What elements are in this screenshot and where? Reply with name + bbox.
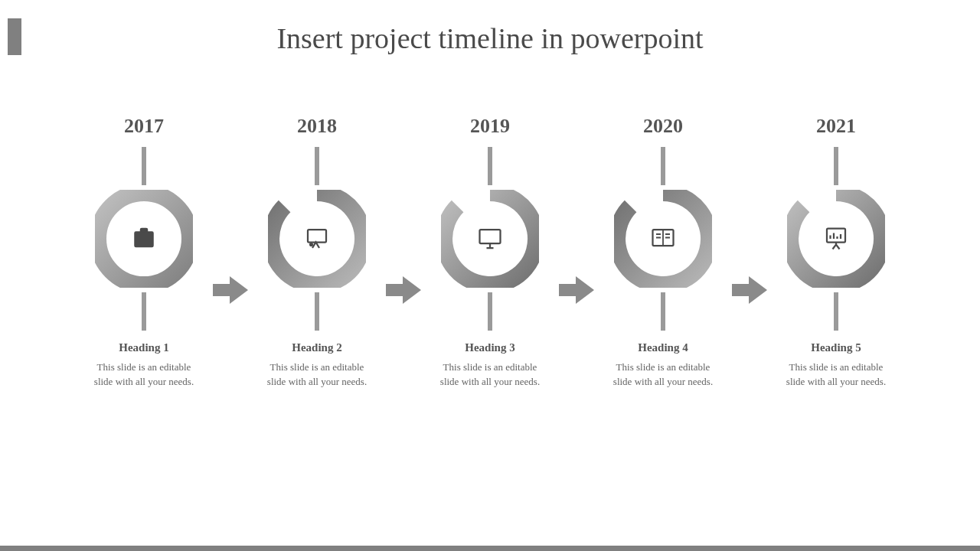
step-description: This slide is an editable slide with all… (263, 360, 371, 390)
timeline-step-3: 2019 (421, 115, 559, 390)
chart-board-icon (822, 225, 850, 253)
timeline-step-5: 2021 (767, 115, 905, 390)
connector-bottom (315, 292, 319, 331)
connector-bottom (488, 292, 492, 331)
step-description: This slide is an editable slide with all… (436, 360, 544, 390)
timeline-step-1: 2017 H (75, 115, 213, 390)
svg-rect-3 (480, 230, 501, 243)
page-title: Insert project timeline in powerpoint (0, 21, 980, 55)
svg-point-2 (310, 243, 313, 246)
arrow-connector (732, 241, 767, 339)
connector-bottom (142, 292, 146, 331)
circle-node (787, 190, 885, 288)
step-heading: Heading 3 (465, 341, 514, 354)
step-heading: Heading 2 (292, 341, 341, 354)
timeline-step-4: 2020 (594, 115, 732, 390)
year-label: 2021 (816, 115, 856, 138)
circle-node (441, 190, 539, 288)
timeline-container: 2017 H (0, 115, 980, 467)
connector-bottom (834, 292, 838, 331)
connector-top (661, 147, 665, 185)
connector-top (488, 147, 492, 185)
connector-top (315, 147, 319, 185)
step-heading: Heading 1 (119, 341, 168, 354)
step-description: This slide is an editable slide with all… (782, 360, 890, 390)
connector-top (142, 147, 146, 185)
circle-node (95, 190, 193, 288)
circle-node (614, 190, 712, 288)
year-label: 2018 (297, 115, 337, 138)
arrow-connector (559, 241, 594, 339)
year-label: 2020 (643, 115, 683, 138)
timeline: 2017 H (75, 115, 905, 390)
monitor-icon (476, 225, 504, 253)
book-icon (649, 225, 677, 253)
step-description: This slide is an editable slide with all… (90, 360, 198, 390)
arrow-connector (386, 241, 421, 339)
connector-bottom (661, 292, 665, 331)
timeline-step-2: 2018 (248, 115, 386, 390)
briefcase-icon (130, 225, 158, 253)
year-label: 2019 (470, 115, 510, 138)
step-heading: Heading 5 (811, 341, 861, 354)
step-heading: Heading 4 (638, 341, 688, 354)
step-description: This slide is an editable slide with all… (609, 360, 717, 390)
connector-top (834, 147, 838, 185)
circle-node (268, 190, 366, 288)
arrow-connector (213, 241, 248, 339)
footer-bar (0, 546, 980, 551)
presentation-icon (303, 225, 331, 253)
svg-rect-1 (308, 230, 326, 243)
year-label: 2017 (124, 115, 164, 138)
